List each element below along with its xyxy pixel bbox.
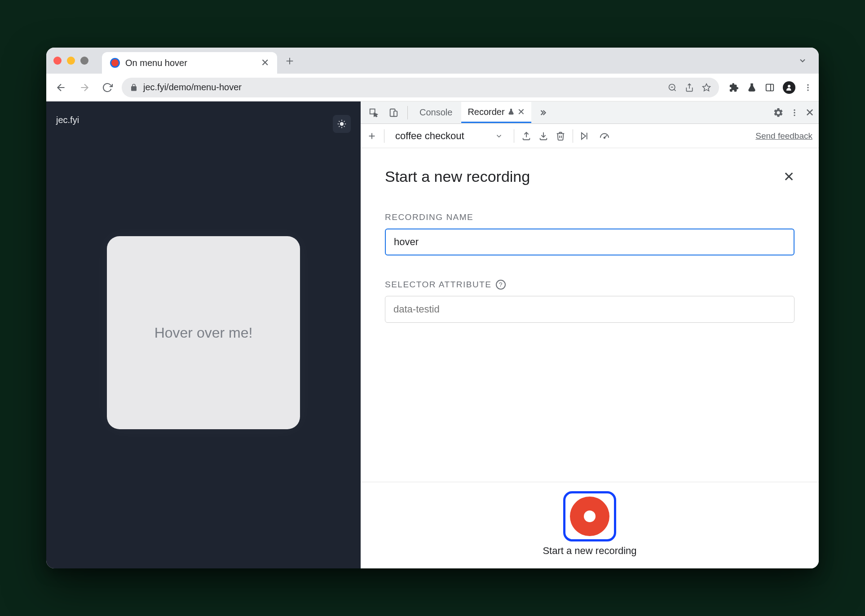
svg-line-18: [339, 121, 340, 122]
svg-point-13: [340, 122, 344, 126]
svg-point-27: [794, 114, 795, 116]
new-tab-button[interactable]: ＋: [283, 52, 296, 69]
import-icon[interactable]: [538, 131, 548, 141]
bookmark-icon[interactable]: [702, 83, 711, 92]
selector-attribute-label: SELECTOR ATTRIBUTE: [385, 280, 491, 290]
svg-rect-7: [766, 84, 774, 91]
svg-line-20: [339, 126, 340, 127]
tab-console[interactable]: Console: [413, 103, 459, 122]
devtools-panel: Console Recorder ✕ ✕ coffee checkout: [361, 101, 819, 568]
svg-line-19: [344, 126, 345, 127]
flask-icon: [508, 108, 515, 115]
more-tabs-icon[interactable]: [534, 106, 550, 120]
start-recording-button[interactable]: [563, 491, 616, 541]
kebab-menu-icon[interactable]: [790, 108, 799, 117]
tab-overflow-icon[interactable]: [798, 56, 807, 65]
toolbar-icons: [729, 81, 812, 94]
recorder-panel: Start a new recording ✕ RECORDING NAME S…: [361, 148, 819, 568]
help-icon[interactable]: ?: [496, 280, 506, 290]
replay-icon[interactable]: [580, 131, 591, 141]
svg-line-21: [344, 121, 345, 122]
start-recording-caption: Start a new recording: [543, 545, 636, 557]
selector-attribute-input[interactable]: [385, 296, 794, 323]
send-feedback-link[interactable]: Send feedback: [755, 131, 812, 141]
recorder-toolbar: coffee checkout Send feedback: [361, 124, 819, 148]
devtools-tabstrip: Console Recorder ✕ ✕: [361, 101, 819, 124]
zoom-out-icon[interactable]: [668, 83, 677, 92]
menu-icon[interactable]: [803, 83, 812, 92]
reload-button[interactable]: [99, 79, 115, 96]
browser-tab[interactable]: On menu hover ✕: [102, 52, 277, 74]
record-icon: [570, 497, 609, 536]
svg-point-26: [794, 112, 795, 113]
inspect-element-icon[interactable]: [365, 105, 382, 120]
close-window-button[interactable]: [53, 57, 62, 65]
svg-point-33: [604, 137, 605, 138]
panel-title: Start a new recording: [385, 168, 530, 185]
share-icon[interactable]: [685, 83, 694, 92]
svg-point-9: [788, 85, 790, 88]
close-devtools-icon[interactable]: ✕: [805, 106, 814, 119]
favicon-icon: [110, 58, 120, 68]
close-tab-icon[interactable]: ✕: [261, 57, 269, 69]
recorder-footer: Start a new recording: [361, 482, 819, 568]
replay-speed-icon[interactable]: [598, 131, 610, 141]
close-panel-tab-icon[interactable]: ✕: [517, 106, 525, 117]
profile-avatar[interactable]: [783, 81, 795, 94]
tab-title: On menu hover: [125, 58, 187, 68]
chevron-down-icon: [495, 132, 503, 140]
minimize-window-button[interactable]: [67, 57, 75, 65]
svg-marker-30: [582, 132, 586, 139]
svg-marker-6: [703, 84, 711, 91]
hover-card-text: Hover over me!: [154, 325, 253, 341]
recording-name-label: RECORDING NAME: [385, 212, 794, 222]
omnibox[interactable]: jec.fyi/demo/menu-hover: [122, 78, 719, 97]
content-area: jec.fyi Hover over me! Console Recorder …: [46, 101, 819, 568]
export-icon[interactable]: [521, 131, 531, 141]
device-toggle-icon[interactable]: [385, 105, 402, 120]
extensions-icon[interactable]: [729, 83, 739, 92]
browser-toolbar: jec.fyi/demo/menu-hover: [46, 74, 819, 101]
recording-name-input[interactable]: [385, 229, 794, 255]
svg-line-4: [674, 89, 676, 91]
svg-point-12: [807, 89, 808, 91]
maximize-window-button[interactable]: [80, 57, 88, 65]
svg-point-11: [807, 87, 808, 88]
new-recording-icon[interactable]: [367, 131, 377, 141]
lock-icon: [130, 84, 138, 92]
svg-point-25: [794, 109, 795, 110]
webpage: jec.fyi Hover over me!: [46, 101, 361, 568]
window-controls: [53, 57, 88, 65]
labs-icon[interactable]: [747, 83, 757, 92]
site-logo-text[interactable]: jec.fyi: [56, 115, 79, 133]
url-text: jec.fyi/demo/menu-hover: [143, 82, 242, 92]
svg-rect-24: [394, 111, 397, 116]
recording-dropdown[interactable]: coffee checkout: [392, 128, 507, 144]
tab-recorder[interactable]: Recorder ✕: [461, 102, 531, 123]
titlebar: On menu hover ✕ ＋: [46, 48, 819, 74]
back-button[interactable]: [53, 79, 70, 96]
panel-icon[interactable]: [765, 83, 775, 92]
forward-button[interactable]: [76, 79, 93, 96]
browser-window: On menu hover ✕ ＋ jec.fyi/demo/menu-hove…: [46, 48, 819, 568]
hover-card[interactable]: Hover over me!: [107, 236, 300, 429]
close-panel-icon[interactable]: ✕: [783, 169, 794, 185]
delete-icon[interactable]: [556, 131, 565, 141]
theme-toggle-button[interactable]: [333, 115, 351, 133]
svg-point-10: [807, 84, 808, 85]
settings-icon[interactable]: [773, 107, 784, 118]
